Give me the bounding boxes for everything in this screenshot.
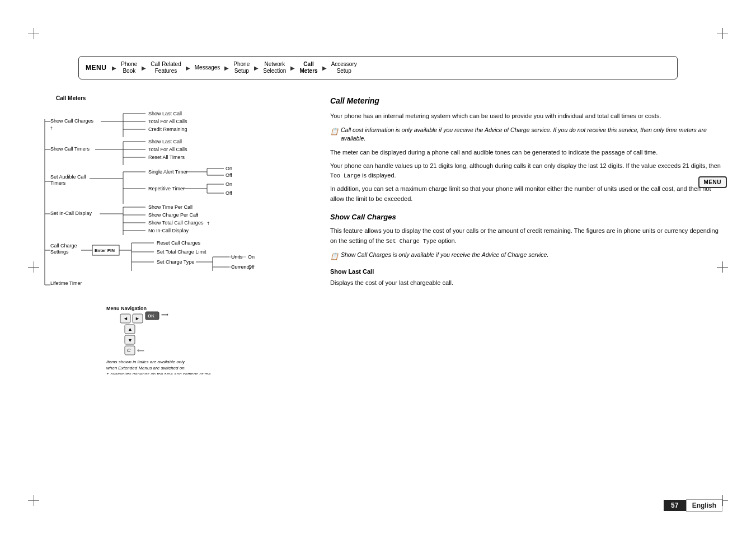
- svg-text:when Extended Menus are switch: when Extended Menus are switched on.: [106, 366, 186, 371]
- section-callmetering-para1: Your phone has an internal metering syst…: [330, 111, 722, 121]
- nav-item-networkselection[interactable]: Network Selection: [263, 61, 286, 74]
- svg-text:On: On: [248, 254, 255, 260]
- nav-item-messages[interactable]: Messages: [195, 64, 220, 71]
- nav-item-callrelated[interactable]: Call Related Features: [151, 61, 181, 74]
- svg-text:Credit Remaining: Credit Remaining: [148, 127, 187, 132]
- svg-text:Single Alert Timer: Single Alert Timer: [148, 169, 188, 175]
- svg-text:⟹: ⟹: [161, 312, 168, 317]
- svg-text:Show Charge Per Call: Show Charge Per Call: [148, 212, 198, 218]
- section-callmetering-title: Call Metering: [330, 95, 722, 107]
- nav-arrow-1: ▶: [112, 65, 116, 71]
- nav-arrow-3: ▶: [186, 65, 190, 71]
- crosshair-top-left: [28, 28, 39, 39]
- menu-label: MENU: [86, 64, 106, 72]
- svg-text:†: †: [207, 221, 209, 226]
- nav-arrow-5: ▶: [254, 65, 259, 71]
- svg-text:†: †: [196, 213, 198, 218]
- svg-text:►: ►: [135, 316, 140, 321]
- svg-text:Set Audible Call: Set Audible Call: [50, 174, 86, 180]
- nav-bar: MENU ▶ Phone Book ▶ Call Related Feature…: [78, 56, 678, 79]
- svg-text:Call Charge: Call Charge: [50, 243, 77, 249]
- svg-text:Enter PIN: Enter PIN: [95, 248, 115, 253]
- svg-text:◄: ◄: [123, 316, 128, 321]
- section-showcallcharges-title: Show Call Charges: [330, 212, 722, 223]
- svg-text:▼: ▼: [128, 338, 133, 343]
- svg-text:No In-Call Display: No In-Call Display: [148, 228, 189, 233]
- diagram-title: Call Meters: [56, 95, 325, 101]
- svg-text:Show Last Call: Show Last Call: [148, 139, 182, 144]
- svg-text:On: On: [226, 181, 232, 187]
- svg-text:† Availability depends on the : † Availability depends on the type and s…: [106, 372, 211, 374]
- note-icon-2: 📋: [330, 251, 339, 261]
- svg-text:Show Total Call Charges: Show Total Call Charges: [148, 220, 204, 226]
- svg-text:⟸: ⟸: [137, 348, 144, 353]
- section-showcallcharges-note: 📋 Show Call Charges is only available if…: [330, 251, 722, 261]
- svg-text:†: †: [50, 126, 53, 130]
- menu-button[interactable]: MENU: [698, 176, 727, 188]
- section-callmetering-para4: In addition, you can set a maximum charg…: [330, 184, 722, 204]
- svg-text:Off: Off: [226, 190, 232, 196]
- diagram-area: Call Meters .d-text { font-family: Arial…: [34, 95, 325, 467]
- svg-text:OK: OK: [148, 313, 154, 318]
- svg-text:Show Time Per Call: Show Time Per Call: [148, 204, 192, 210]
- section-showlastcall-title: Show Last Call: [330, 267, 722, 277]
- page-language: English: [686, 499, 722, 512]
- call-meters-diagram: .d-text { font-family: Arial, sans-serif…: [34, 106, 313, 374]
- nav-item-accessorysetup[interactable]: Accessory Setup: [331, 61, 357, 74]
- nav-arrow-7: ▶: [322, 65, 327, 71]
- svg-text:Set In-Call Display: Set In-Call Display: [50, 210, 92, 216]
- section-showlastcall-para1: Displays the cost of your last chargeabl…: [330, 278, 722, 288]
- svg-text:On: On: [226, 166, 232, 171]
- svg-text:Menu Navigation: Menu Navigation: [106, 306, 147, 311]
- section-callmetering-para2: The meter can be displayed during a phon…: [330, 148, 722, 158]
- svg-text:C: C: [127, 348, 131, 353]
- svg-text:Show Last Call: Show Last Call: [148, 111, 182, 116]
- crosshair-bottom-left: [28, 495, 39, 506]
- svg-text:Repetitive Timer: Repetitive Timer: [148, 186, 185, 191]
- section-callmetering-para3: Your phone can handle values up to 21 di…: [330, 161, 722, 181]
- page-footer: 57 English: [664, 499, 722, 512]
- svg-text:Off: Off: [226, 172, 232, 178]
- page-number: 57: [664, 500, 686, 511]
- svg-text:Total For All Calls: Total For All Calls: [148, 147, 187, 152]
- svg-text:Show Call Timers: Show Call Timers: [50, 146, 90, 152]
- nav-item-phonebook[interactable]: Phone Book: [121, 61, 137, 74]
- svg-text:Set Charge Type: Set Charge Type: [157, 259, 194, 265]
- section-showcallcharges-para1: This feature allows you to display the c…: [330, 226, 722, 246]
- nav-item-phonesetup[interactable]: Phone Setup: [233, 61, 250, 74]
- crosshair-top-right: [717, 28, 728, 39]
- content-area: Call Metering Your phone has an internal…: [330, 95, 722, 467]
- svg-text:Settings: Settings: [50, 249, 69, 255]
- nav-arrow-2: ▶: [142, 65, 146, 71]
- svg-text:Show Call Charges: Show Call Charges: [50, 118, 94, 124]
- svg-text:Off: Off: [248, 264, 255, 270]
- nav-arrow-6: ▶: [290, 65, 295, 71]
- svg-text:Set Total Charge Limit: Set Total Charge Limit: [157, 249, 206, 255]
- svg-text:Total For All Calls: Total For All Calls: [148, 119, 187, 124]
- nav-arrow-4: ▶: [224, 65, 229, 71]
- svg-text:Reset Call Charges: Reset Call Charges: [157, 240, 201, 246]
- svg-text:Timers: Timers: [50, 180, 66, 186]
- svg-text:Lifetime Timer: Lifetime Timer: [50, 280, 82, 286]
- section-callmetering-note: 📋 Call cost information is only availabl…: [330, 126, 722, 144]
- svg-text:Items shown in italics are ava: Items shown in italics are available onl…: [106, 359, 185, 364]
- svg-text:▲: ▲: [128, 326, 133, 332]
- svg-text:Reset All Timers: Reset All Timers: [148, 154, 185, 160]
- nav-item-callmeters[interactable]: Call Meters: [299, 61, 317, 74]
- note-icon-1: 📋: [330, 127, 339, 137]
